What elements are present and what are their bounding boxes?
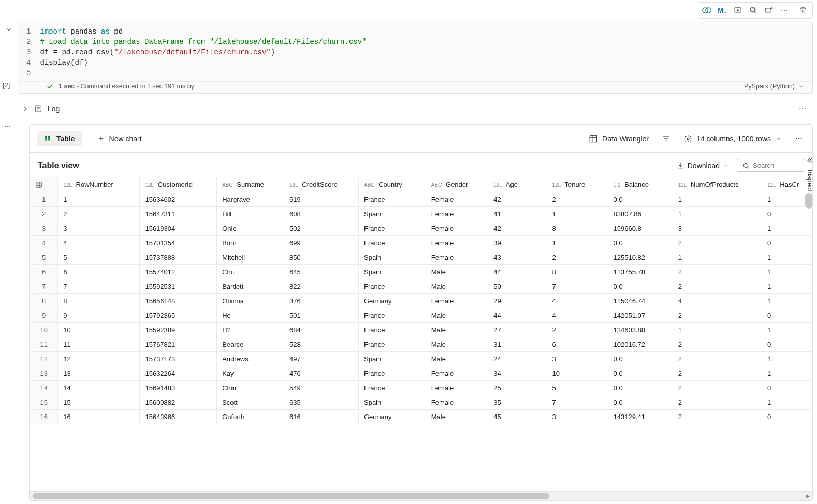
- cell[interactable]: 2: [673, 235, 762, 250]
- cell[interactable]: 1: [762, 293, 812, 308]
- cell[interactable]: 850: [284, 250, 358, 264]
- cell[interactable]: Male: [426, 322, 488, 337]
- cell[interactable]: Male: [426, 351, 488, 366]
- cell[interactable]: 2: [673, 366, 762, 380]
- cell[interactable]: Germany: [358, 293, 426, 308]
- cell[interactable]: 29: [488, 293, 547, 308]
- cell[interactable]: 2: [673, 308, 762, 322]
- cell[interactable]: Kay: [217, 366, 284, 380]
- cell[interactable]: 15792365: [140, 308, 217, 322]
- cell[interactable]: 44: [488, 308, 547, 322]
- cell[interactable]: 2: [673, 264, 762, 279]
- cell[interactable]: 39: [488, 235, 547, 250]
- cell[interactable]: France: [358, 235, 426, 250]
- cell[interactable]: Hill: [217, 206, 284, 221]
- cell[interactable]: 44: [488, 264, 547, 279]
- cell[interactable]: 0: [762, 380, 812, 395]
- vertical-scrollbar[interactable]: [805, 193, 812, 209]
- cell[interactable]: 142051.07: [608, 308, 673, 322]
- cell[interactable]: 0.0: [608, 380, 673, 395]
- cell[interactable]: 2: [547, 322, 608, 337]
- cell[interactable]: Goforth: [217, 409, 284, 424]
- table-row[interactable]: 6615574012Chu645SpainMale448113755.7821: [30, 264, 812, 279]
- cell[interactable]: Onio: [217, 221, 284, 235]
- columns-summary-button[interactable]: 14 columns, 1000 rows: [684, 135, 781, 143]
- cell[interactable]: 34: [488, 366, 547, 380]
- cell[interactable]: Spain: [358, 351, 426, 366]
- cell[interactable]: 1: [673, 206, 762, 221]
- cell[interactable]: 376: [284, 293, 358, 308]
- cell[interactable]: France: [358, 366, 426, 380]
- cell[interactable]: France: [358, 192, 426, 206]
- cell[interactable]: Spain: [358, 395, 426, 409]
- data-wrangler-button[interactable]: Data Wrangler: [589, 134, 649, 143]
- cell[interactable]: He: [217, 308, 284, 322]
- new-chart-button[interactable]: ＋ New chart: [90, 130, 149, 147]
- cell[interactable]: 14: [58, 380, 140, 395]
- cell[interactable]: 15656148: [140, 293, 217, 308]
- cell[interactable]: 1: [673, 250, 762, 264]
- cell[interactable]: France: [358, 279, 426, 293]
- add-cell-button[interactable]: [762, 4, 776, 17]
- cell[interactable]: France: [358, 308, 426, 322]
- cell[interactable]: H?: [217, 322, 284, 337]
- cell[interactable]: 15: [58, 395, 140, 409]
- cell[interactable]: Female: [426, 192, 488, 206]
- cell[interactable]: 15647311: [140, 206, 217, 221]
- cell[interactable]: 0.0: [608, 279, 673, 293]
- cell[interactable]: 5: [547, 380, 608, 395]
- cell[interactable]: 2: [58, 206, 140, 221]
- collapse-cell-button[interactable]: [5, 26, 12, 33]
- cell[interactable]: 684: [284, 322, 358, 337]
- cell[interactable]: 50: [488, 279, 547, 293]
- cell[interactable]: 822: [284, 279, 358, 293]
- cell[interactable]: 0: [762, 308, 812, 322]
- cell[interactable]: 1: [58, 192, 140, 206]
- cell[interactable]: 1: [762, 221, 812, 235]
- table-row[interactable]: 101015592389H?684FranceMale272134603.881…: [30, 322, 812, 337]
- cell[interactable]: 16: [58, 409, 140, 424]
- kernel-selector[interactable]: PySpark (Python): [744, 83, 804, 90]
- cell[interactable]: 42: [488, 221, 547, 235]
- cell[interactable]: 15643966: [140, 409, 217, 424]
- cell[interactable]: 8: [547, 264, 608, 279]
- cell[interactable]: Bartlett: [217, 279, 284, 293]
- cell[interactable]: Male: [426, 279, 488, 293]
- cell[interactable]: Hargrave: [217, 192, 284, 206]
- cell[interactable]: Male: [426, 409, 488, 424]
- download-button[interactable]: Download: [677, 161, 728, 170]
- cell[interactable]: 31: [488, 337, 547, 351]
- cell[interactable]: France: [358, 322, 426, 337]
- cell[interactable]: 0.0: [608, 235, 673, 250]
- cell[interactable]: 15600882: [140, 395, 217, 409]
- expand-inspect-button[interactable]: [806, 156, 814, 165]
- cell[interactable]: 1: [762, 250, 812, 264]
- cell[interactable]: Female: [426, 293, 488, 308]
- filter-button[interactable]: [660, 132, 673, 145]
- cell[interactable]: 5: [58, 250, 140, 264]
- cell[interactable]: Chu: [217, 264, 284, 279]
- table-row[interactable]: 151515600882Scott635SpainFemale3570.021: [30, 395, 812, 409]
- horizontal-scrollbar[interactable]: ▶: [30, 491, 812, 500]
- run-cell-button[interactable]: [731, 4, 745, 17]
- column-header-country[interactable]: ABC Country: [358, 177, 426, 192]
- cell[interactable]: 1: [547, 206, 608, 221]
- cell[interactable]: 8: [58, 293, 140, 308]
- table-row[interactable]: 2215647311Hill608SpainFemale41183807.861…: [30, 206, 812, 221]
- cell[interactable]: 9: [58, 308, 140, 322]
- copy-cell-button[interactable]: [746, 4, 761, 17]
- cell[interactable]: 0: [762, 206, 812, 221]
- data-grid[interactable]: 12L RowNumber12L CustomerIdABC Surname12…: [30, 177, 812, 491]
- cell[interactable]: 27: [488, 322, 547, 337]
- cell[interactable]: 3: [58, 221, 140, 235]
- cell[interactable]: Mitchell: [217, 250, 284, 264]
- cell[interactable]: 2: [673, 279, 762, 293]
- cell[interactable]: 0: [762, 337, 812, 351]
- cell[interactable]: 11: [58, 337, 140, 351]
- cell[interactable]: Chin: [217, 380, 284, 395]
- cell[interactable]: 43: [488, 250, 547, 264]
- cell[interactable]: France: [358, 221, 426, 235]
- column-header-rownumber[interactable]: 12L RowNumber: [58, 177, 140, 192]
- cell[interactable]: 1: [673, 192, 762, 206]
- cell[interactable]: Female: [426, 366, 488, 380]
